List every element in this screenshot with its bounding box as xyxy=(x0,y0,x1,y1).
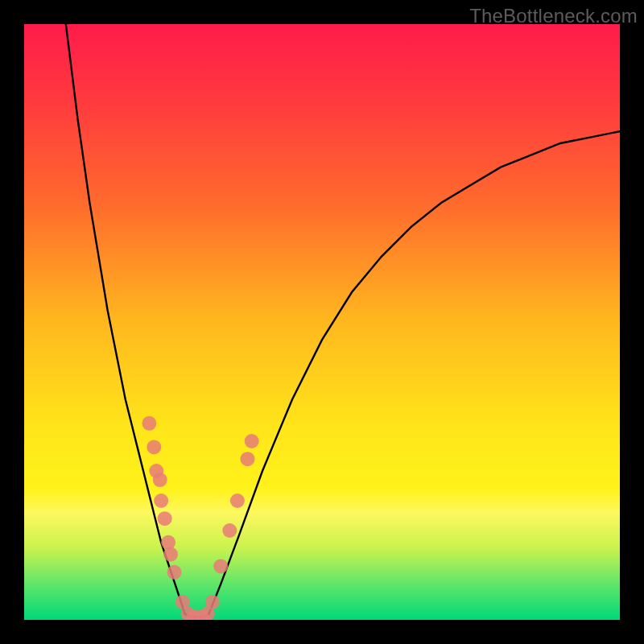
marker-point xyxy=(241,452,255,466)
marker-point xyxy=(167,565,181,580)
marker-group xyxy=(142,416,258,620)
curve-left-branch xyxy=(66,24,185,614)
marker-point xyxy=(153,473,167,487)
curve-layer xyxy=(24,24,620,620)
marker-point xyxy=(213,559,228,573)
marker-point xyxy=(205,595,220,609)
marker-point xyxy=(163,547,178,562)
marker-point xyxy=(230,493,245,508)
marker-point xyxy=(222,523,237,538)
chart-frame: TheBottleneck.com xyxy=(0,0,644,644)
marker-point xyxy=(161,535,175,550)
marker-point xyxy=(245,434,259,448)
marker-point xyxy=(158,511,172,526)
marker-point xyxy=(154,493,168,508)
marker-point xyxy=(147,440,161,454)
plot-area xyxy=(24,24,620,620)
curve-right-branch xyxy=(208,131,620,613)
watermark-text: TheBottleneck.com xyxy=(469,5,638,27)
marker-point xyxy=(142,416,156,431)
